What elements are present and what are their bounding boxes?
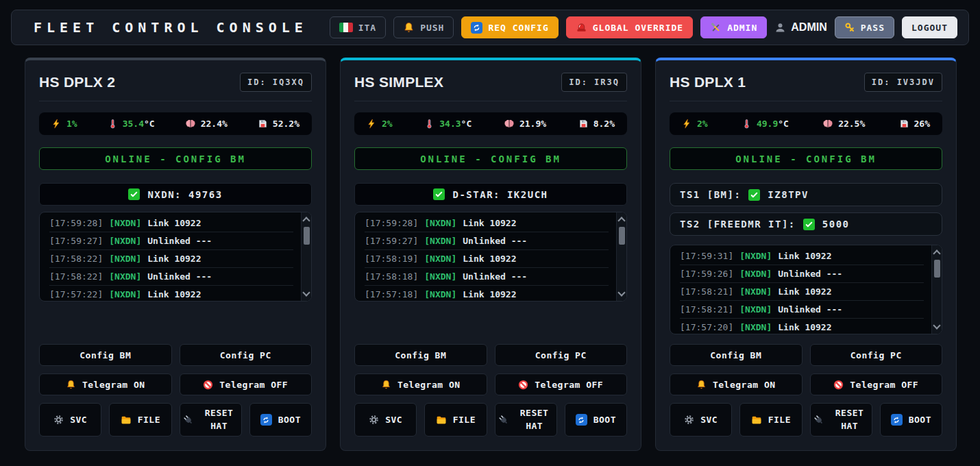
ram-stat: 22.5%	[822, 119, 865, 130]
logout-button[interactable]: LOGOUT	[902, 16, 957, 38]
scroll-up-arrow-icon[interactable]	[302, 217, 310, 224]
checkbox-icon	[128, 188, 140, 200]
refresh-icon	[260, 414, 272, 426]
scroll-up-arrow-icon[interactable]	[933, 249, 940, 257]
global-override-button[interactable]: GLOBAL OVERRIDE	[566, 16, 693, 38]
scroll-up-arrow-icon[interactable]	[617, 217, 625, 224]
bell-icon	[66, 380, 76, 390]
ts2-slot-bar: TS2 [FREEDMR IT]: 5000	[670, 212, 942, 236]
telegram-on-button[interactable]: Telegram ON	[39, 373, 172, 395]
stats-bar: 2% 49.9°C 22.5% 26%	[670, 112, 942, 135]
refresh-icon	[471, 22, 482, 34]
config-bm-button[interactable]: Config BM	[354, 344, 487, 366]
device-deck: HS DPLX 2 ID: IQ3XQ 1% 35.4°C 22.4% 52.2…	[25, 58, 957, 451]
telegram-on-button[interactable]: Telegram ON	[670, 373, 803, 395]
temp-stat: 34.3°C	[424, 119, 471, 129]
log-scrollbar[interactable]	[931, 245, 942, 334]
divider	[39, 101, 312, 101]
device-id-badge: ID: IR3Q	[561, 73, 627, 92]
log-panel[interactable]: [17:59:28][NXDN]Link 10922 [17:59:27][NX…	[354, 212, 627, 302]
disk-stat: 26%	[899, 119, 930, 129]
log-panel[interactable]: [17:59:31][NXDN]Link 10922 [17:59:26][NX…	[670, 245, 942, 334]
thermometer-icon	[742, 119, 752, 129]
lightning-bolt-icon	[51, 119, 62, 129]
config-pc-button[interactable]: Config PC	[810, 344, 943, 366]
ram-stat: 22.4%	[185, 119, 228, 130]
device-card-hs-dplx-1: HS DPLX 1 ID: IV3JDV 2% 49.9°C 22.5% 26%…	[655, 58, 957, 451]
file-button[interactable]: FILE	[424, 403, 487, 437]
svc-button[interactable]: SVC	[670, 403, 732, 437]
prohibited-icon	[833, 380, 844, 390]
boot-button[interactable]: BOOT	[565, 403, 627, 437]
scroll-down-arrow-icon[interactable]	[617, 289, 625, 296]
ram-stat: 21.9%	[504, 119, 546, 130]
boot-button[interactable]: BOOT	[880, 403, 942, 437]
stats-bar: 1% 35.4°C 22.4% 52.2%	[39, 112, 312, 135]
siren-icon	[576, 22, 587, 34]
floppy-disk-icon	[258, 119, 268, 129]
config-pc-button[interactable]: Config PC	[495, 344, 628, 366]
thermometer-icon	[108, 119, 118, 129]
scroll-down-arrow-icon[interactable]	[302, 289, 310, 296]
log-row: [17:58:19][NXDN]Link 10922	[365, 250, 609, 268]
plug-icon	[183, 415, 194, 426]
bell-icon	[403, 22, 415, 34]
config-bm-button[interactable]: Config BM	[39, 344, 172, 366]
brain-icon	[504, 119, 515, 130]
scrollbar-thumb[interactable]	[619, 227, 625, 245]
req-config-button[interactable]: REQ CONFIG	[461, 16, 558, 38]
refresh-icon	[891, 414, 903, 426]
log-row: [17:58:21][NXDN]Link 10922	[680, 283, 924, 301]
header-actions: ITA PUSH REQ CONFIG GLOBAL OVERRIDE ADMI…	[330, 16, 957, 38]
log-row: [17:57:20][NXDN]Link 10922	[680, 319, 924, 334]
gear-icon	[684, 415, 694, 425]
thermometer-icon	[424, 119, 434, 129]
boot-button[interactable]: BOOT	[249, 403, 312, 437]
status-banner: ONLINE - CONFIG BM	[354, 147, 627, 170]
telegram-off-button[interactable]: Telegram OFF	[810, 373, 943, 395]
scrollbar-thumb[interactable]	[304, 227, 310, 245]
bell-icon	[381, 380, 391, 390]
config-pc-button[interactable]: Config PC	[180, 344, 313, 366]
log-scrollbar[interactable]	[616, 212, 626, 301]
reset-hat-button[interactable]: RESET HAT	[180, 403, 242, 437]
pass-button[interactable]: PASS	[835, 16, 894, 38]
device-id-badge: ID: IQ3XQ	[240, 73, 312, 92]
log-scrollbar[interactable]	[301, 212, 311, 301]
log-row: [17:58:18][NXDN]Unlinked ---	[365, 268, 609, 286]
scrollbar-thumb[interactable]	[934, 260, 940, 278]
italy-flag-icon	[339, 23, 353, 32]
folder-icon	[751, 415, 762, 426]
svc-button[interactable]: SVC	[354, 403, 417, 437]
telegram-off-button[interactable]: Telegram OFF	[495, 373, 628, 395]
divider	[354, 101, 627, 101]
admin-button[interactable]: ADMIN	[700, 16, 767, 38]
language-button[interactable]: ITA	[330, 16, 386, 38]
checkbox-icon	[433, 188, 445, 200]
checkbox-icon	[748, 189, 760, 201]
file-button[interactable]: FILE	[109, 403, 171, 437]
log-row: [17:59:28][NXDN]Link 10922	[365, 214, 609, 232]
device-id-badge: ID: IV3JDV	[864, 73, 942, 92]
log-row: [17:59:31][NXDN]Link 10922	[680, 247, 924, 265]
log-row: [17:57:22][NXDN]Link 10922	[49, 286, 293, 302]
file-button[interactable]: FILE	[739, 403, 802, 437]
mode-bar: NXDN: 49763	[39, 183, 312, 206]
telegram-on-button[interactable]: Telegram ON	[354, 373, 487, 395]
device-card-hs-simplex: HS SIMPLEX ID: IR3Q 2% 34.3°C 21.9% 8.2%…	[340, 58, 641, 451]
lightning-bolt-icon	[682, 119, 692, 129]
push-button[interactable]: PUSH	[393, 16, 454, 38]
svc-button[interactable]: SVC	[39, 403, 101, 437]
temp-stat: 49.9°C	[742, 119, 789, 129]
reset-hat-button[interactable]: RESET HAT	[810, 403, 872, 437]
refresh-icon	[576, 414, 587, 426]
scroll-down-arrow-icon[interactable]	[933, 321, 940, 329]
telegram-off-button[interactable]: Telegram OFF	[180, 373, 313, 395]
disk-stat: 52.2%	[258, 119, 299, 129]
reset-hat-button[interactable]: RESET HAT	[495, 403, 557, 437]
config-bm-button[interactable]: Config BM	[670, 344, 803, 366]
hammer-wrench-icon	[710, 22, 722, 34]
log-panel[interactable]: [17:59:28][NXDN]Link 10922 [17:59:27][NX…	[39, 212, 312, 302]
card-title: HS SIMPLEX	[354, 74, 443, 90]
folder-icon	[436, 415, 447, 426]
